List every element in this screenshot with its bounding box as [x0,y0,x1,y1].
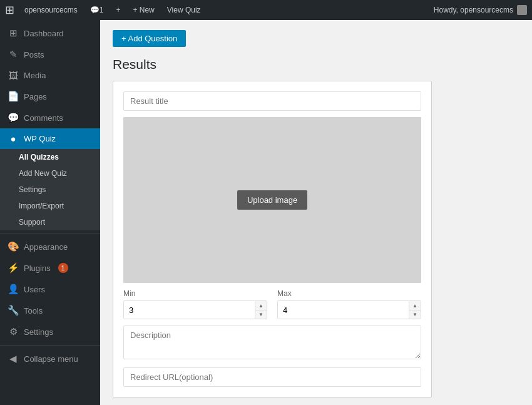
max-label: Max [277,289,421,298]
sidebar-item-plugins[interactable]: ⚡ Plugins 1 [0,257,100,279]
sidebar-item-collapse[interactable]: ◀ Collapse menu [0,348,100,369]
adminbar-comments[interactable]: 💬 1 [85,0,109,20]
settings-icon: ⚙ [8,326,19,337]
comments-icon: 💬 [8,112,19,123]
plugins-icon: ⚡ [8,262,19,274]
sidebar-item-dashboard[interactable]: ⊞ Dashboard [0,23,100,44]
wp-logo-icon: ⊞ [5,3,14,17]
sidebar-item-appearance[interactable]: 🎨 Appearance [0,236,100,257]
submenu-label-settings: Settings [19,185,46,194]
dashboard-icon: ⊞ [8,28,19,39]
sidebar-label-tools: Tools [24,306,43,315]
sidebar-label-pages: Pages [24,92,47,101]
min-spinner: ▲ ▼ [255,301,267,319]
admin-bar: ⊞ opensourcecms 💬 1 + + New View Quiz Ho… [0,0,532,20]
comment-count: 1 [100,6,104,14]
submenu-label-add-new: Add New Quiz [19,169,67,178]
sidebar-label-wp-quiz: WP Quiz [24,134,56,143]
min-max-row: Min ▲ ▼ Max ▲ ▼ [123,289,421,319]
adminbar-avatar [517,5,527,15]
max-input-wrap: ▲ ▼ [277,300,421,319]
sidebar-item-users[interactable]: 👤 Users [0,279,100,300]
submenu-add-new-quiz[interactable]: Add New Quiz [0,165,100,182]
sidebar-label-users: Users [24,285,45,294]
adminbar-view-quiz[interactable]: View Quiz [162,0,206,20]
min-group: Min ▲ ▼ [123,289,267,319]
max-decrement-btn[interactable]: ▼ [409,310,421,319]
adminbar-new[interactable]: + New [128,0,159,20]
max-group: Max ▲ ▼ [277,289,421,319]
submenu-label-support: Support [19,218,45,227]
collapse-icon: ◀ [8,353,19,364]
sidebar-label-media: Media [24,71,46,80]
submenu-all-quizzes[interactable]: All Quizzes [0,149,100,165]
sidebar-item-settings[interactable]: ⚙ Settings [0,321,100,342]
wp-quiz-icon: ● [8,133,19,144]
sidebar-item-pages[interactable]: 📄 Pages [0,86,100,107]
results-card: Upload image Min ▲ ▼ Max [113,81,432,397]
pages-icon: 📄 [8,91,19,102]
adminbar-site-name[interactable]: opensourcecms [19,0,83,20]
adminbar-howdy: Howdy, opensourcecms [434,5,527,15]
sidebar-label-settings: Settings [24,327,53,337]
sidebar-label-appearance: Appearance [24,242,68,252]
sidebar-label-collapse: Collapse menu [24,354,78,364]
max-spinner: ▲ ▼ [409,301,421,319]
min-label: Min [123,289,267,298]
submenu-label-import-export: Import/Export [19,202,64,210]
redirect-url-input[interactable] [123,367,421,387]
comment-icon: 💬 [90,6,100,14]
howdy-text: Howdy, opensourcecms [434,6,513,14]
add-question-button[interactable]: + Add Question [113,30,186,47]
sidebar-item-comments[interactable]: 💬 Comments [0,107,100,128]
adminbar-plus[interactable]: + [111,0,125,20]
wp-quiz-submenu: All Quizzes Add New Quiz Settings Import… [0,149,100,230]
sidebar-item-media[interactable]: 🖼 Media [0,65,100,86]
adminbar-items: opensourcecms 💬 1 + + New View Quiz [19,0,434,20]
sidebar-item-posts[interactable]: ✎ Posts [0,44,100,65]
sidebar-item-tools[interactable]: 🔧 Tools [0,300,100,321]
image-upload-area: Upload image [123,117,421,283]
submenu-settings[interactable]: Settings [0,182,100,198]
posts-icon: ✎ [8,49,19,60]
max-input[interactable] [278,301,409,319]
min-input[interactable] [124,301,255,319]
plugins-badge: 1 [58,263,68,273]
tools-icon: 🔧 [8,305,19,316]
submenu-import-export[interactable]: Import/Export [0,198,100,214]
menu-separator-1 [0,233,100,233]
max-increment-btn[interactable]: ▲ [409,301,421,310]
sidebar-item-wp-quiz[interactable]: ● WP Quiz [0,128,100,149]
submenu-support[interactable]: Support [0,214,100,230]
users-icon: 👤 [8,284,19,295]
menu-separator-2 [0,345,100,346]
min-input-wrap: ▲ ▼ [123,300,267,319]
media-icon: 🖼 [8,70,19,81]
sidebar-label-comments: Comments [24,113,63,123]
sidebar-label-dashboard: Dashboard [24,29,64,38]
page-title: Results [113,57,519,72]
sidebar-label-plugins: Plugins [24,264,51,273]
result-title-input[interactable] [123,91,421,111]
admin-sidebar: ⊞ Dashboard ✎ Posts 🖼 Media 📄 Pages 💬 Co… [0,20,100,405]
sidebar-label-posts: Posts [24,50,44,59]
min-decrement-btn[interactable]: ▼ [255,310,267,319]
appearance-icon: 🎨 [8,241,19,252]
upload-image-button[interactable]: Upload image [237,190,307,210]
main-content: + Add Question Results Upload image Min … [100,20,532,405]
min-increment-btn[interactable]: ▲ [255,301,267,310]
submenu-label-all-quizzes: All Quizzes [19,153,59,161]
description-textarea[interactable] [123,326,421,359]
